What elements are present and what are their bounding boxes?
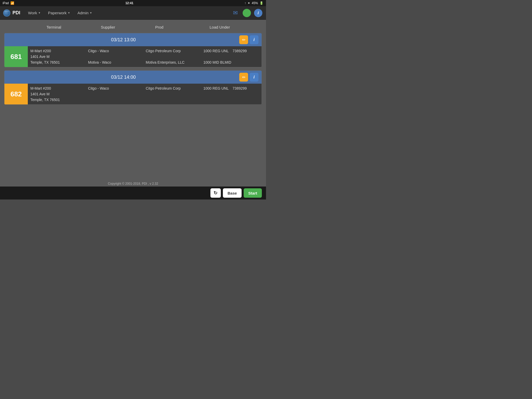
order-681-r1-terminal: Citgo - Waco [87, 48, 145, 54]
info-icon[interactable]: i [254, 8, 263, 18]
order-682-details: M-Mart #200 Citgo - Waco Citgo Petroleum… [28, 84, 262, 104]
start-button[interactable]: Start [244, 188, 262, 198]
order-681-r1-loadunder: 7389299 [232, 49, 247, 53]
start-label: Start [248, 191, 257, 195]
col-prod: Prod [153, 25, 208, 29]
order-682-row2: 1401 Ave M [29, 91, 260, 97]
status-time: 12:41 [125, 1, 134, 5]
order-682-r2-location: 1401 Ave M [29, 91, 87, 97]
nav-logo-text: PDI [12, 10, 20, 16]
order-681-r1-location: M-Mart #200 [29, 48, 87, 54]
battery-icon: 🔋 [260, 1, 263, 5]
order-682-header: 03/12 14:00 ✏ i [4, 71, 262, 84]
col-terminal: Terminal [44, 25, 99, 29]
order-681-badge: 681 [4, 46, 28, 67]
refresh-button[interactable]: ↻ [210, 188, 221, 198]
order-681-edit-button[interactable]: ✏ [239, 35, 248, 44]
base-button[interactable]: Base [223, 188, 242, 198]
order-681-r3-terminal: Motiva - Waco [87, 60, 145, 65]
device-label: iPad [3, 1, 9, 5]
order-681-r2-terminal [87, 54, 145, 59]
work-dropdown-arrow: ▼ [38, 11, 41, 14]
order-681-r1-supplier: Citgo Petroleum Corp [145, 48, 202, 54]
order-681-body: 681 M-Mart #200 Citgo - Waco Citgo Petro… [4, 46, 262, 67]
order-682-r1-terminal: Citgo - Waco [87, 86, 145, 91]
status-green-icon[interactable] [242, 8, 251, 18]
paperwork-dropdown-arrow: ▼ [68, 11, 70, 14]
status-left: iPad 📶 [3, 1, 14, 5]
admin-dropdown-arrow: ▼ [90, 11, 92, 14]
order-681-r3-location: Temple, TX 76501 [29, 60, 87, 65]
order-681-r2-prod [202, 54, 260, 59]
col-id [4, 25, 44, 29]
order-682-r1-supplier: Citgo Petroleum Corp [145, 86, 202, 91]
order-card-682: 03/12 14:00 ✏ i 682 M-Mart #200 Citgo - … [4, 70, 262, 105]
order-682-r1-prod-loadunder: 1000 REG UNL 7389299 [202, 86, 260, 91]
order-681-datetime: 03/12 13:00 [8, 37, 239, 43]
order-682-row3: Temple, TX 76501 [29, 97, 260, 102]
navbar: PDI Work ▼ Paperwork ▼ Admin ▼ i [0, 6, 266, 20]
copyright-bar: Copyright © 2001-2018, PDI , v 2.32 [0, 181, 266, 187]
base-label: Base [228, 191, 237, 195]
order-682-r2-supplier [145, 91, 202, 97]
order-682-r3-terminal [87, 97, 145, 102]
order-682-r3-supplier [145, 97, 202, 102]
order-681-r1-prod-loadunder: 1000 REG UNL 7389299 [202, 48, 260, 54]
status-bar: iPad 📶 12:41 ↑ ✦ 45% 🔋 [0, 0, 266, 6]
order-681-r3-prod: 1000 MID BLMID [202, 60, 260, 65]
order-card-681: 03/12 13:00 ✏ i 681 M-Mart #200 Citgo - … [4, 33, 262, 67]
order-681-actions: ✏ i [239, 35, 258, 44]
order-682-edit-button[interactable]: ✏ [239, 73, 248, 82]
copyright-text: Copyright © 2001-2018, PDI , v 2.32 [108, 182, 158, 185]
order-681-r2-supplier [145, 54, 202, 59]
order-682-r3-prod [202, 97, 260, 102]
order-682-info-button[interactable]: i [250, 73, 258, 82]
order-681-details: M-Mart #200 Citgo - Waco Citgo Petroleum… [28, 46, 262, 67]
order-682-r2-prod [202, 91, 260, 97]
order-681-header: 03/12 13:00 ✏ i [4, 33, 262, 46]
order-682-badge: 682 [4, 84, 28, 104]
nav-icons: i [231, 8, 263, 18]
order-681-row3: Temple, TX 76501 Motiva - Waco Motiva En… [29, 60, 260, 65]
order-681-r2-location: 1401 Ave M [29, 54, 87, 59]
order-682-r1-location: M-Mart #200 [29, 86, 87, 91]
nav-work[interactable]: Work ▼ [24, 9, 44, 17]
order-682-r3-location: Temple, TX 76501 [29, 97, 87, 102]
order-682-r1-loadunder: 7389299 [232, 86, 247, 90]
nav-paperwork[interactable]: Paperwork ▼ [44, 9, 74, 17]
bluetooth-icon: ✦ [248, 1, 250, 5]
nav-logo: PDI [3, 9, 20, 17]
order-681-info-button[interactable]: i [250, 35, 258, 44]
col-load-under: Load Under [208, 25, 262, 29]
order-682-r1-prod: 1000 REG UNL [203, 86, 229, 90]
order-682-actions: ✏ i [239, 73, 258, 82]
order-681-row1: M-Mart #200 Citgo - Waco Citgo Petroleum… [29, 48, 260, 54]
order-682-row1: M-Mart #200 Citgo - Waco Citgo Petroleum… [29, 86, 260, 91]
order-682-datetime: 03/12 14:00 [8, 75, 239, 80]
order-682-r2-terminal [87, 91, 145, 97]
order-681-r3-supplier: Motiva Enterprises, LLC [145, 60, 202, 65]
col-supplier: Supplier [99, 25, 153, 29]
nav-paperwork-label: Paperwork [48, 11, 67, 15]
nav-admin[interactable]: Admin ▼ [74, 9, 96, 17]
battery-label: 45% [252, 1, 258, 5]
table-header: Terminal Supplier Prod Load Under [4, 23, 262, 31]
refresh-icon: ↻ [214, 190, 217, 196]
arrow-icon: ↑ [244, 1, 246, 5]
status-right: ↑ ✦ 45% 🔋 [244, 1, 263, 5]
order-681-row2: 1401 Ave M [29, 54, 260, 59]
nav-work-label: Work [28, 11, 37, 15]
globe-icon [3, 9, 10, 17]
wifi-icon: 📶 [10, 1, 14, 5]
mail-icon[interactable] [231, 8, 240, 18]
bottom-bar: ↻ Base Start [0, 187, 266, 200]
order-681-r1-prod: 1000 REG UNL [203, 49, 229, 53]
order-682-body: 682 M-Mart #200 Citgo - Waco Citgo Petro… [4, 84, 262, 104]
nav-admin-label: Admin [77, 11, 89, 15]
main-content: Terminal Supplier Prod Load Under 03/12 … [0, 20, 266, 187]
